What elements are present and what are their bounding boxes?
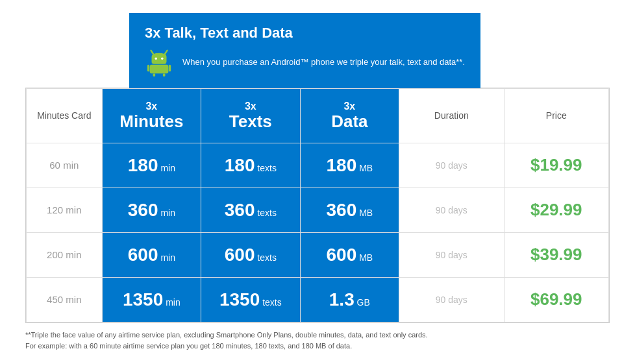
header-duration: Duration [399,89,504,143]
cell-duration: 90 days [399,232,504,277]
svg-rect-4 [150,65,169,73]
promo-title: 3x Talk, Text and Data [145,25,465,42]
pricing-table: Minutes Card 3x Minutes 3x Texts 3x Data… [26,88,609,322]
table-row: 450 min 1350 min 1350 texts 1.3 GB 90 da… [27,277,609,322]
footnote-line2: For example: with a 60 minute airtime se… [25,341,610,352]
pricing-table-wrapper: Minutes Card 3x Minutes 3x Texts 3x Data… [25,88,610,323]
table-row: 200 min 600 min 600 texts 600 MB 90 days… [27,232,609,277]
cell-triple-minutes: 1350 min [102,277,201,322]
cell-triple-data: 360 MB [300,188,399,232]
cell-minutes-card: 60 min [27,143,103,188]
cell-duration: 90 days [399,143,504,188]
header-3x-minutes: 3x Minutes [102,89,201,143]
cell-triple-texts: 360 texts [201,188,300,232]
cell-price: $39.99 [504,232,608,277]
header-price: Price [504,89,608,143]
svg-line-0 [151,51,154,55]
cell-duration: 90 days [399,188,504,232]
android-icon [145,48,173,77]
cell-price: $29.99 [504,188,608,232]
table-row: 60 min 180 min 180 texts 180 MB 90 days … [27,143,609,188]
cell-triple-texts: 180 texts [201,143,300,188]
svg-point-3 [161,58,163,60]
svg-rect-7 [153,73,155,77]
cell-duration: 90 days [399,277,504,322]
header-3x-texts: 3x Texts [201,89,300,143]
cell-triple-minutes: 600 min [102,232,201,277]
svg-rect-6 [169,65,171,72]
cell-minutes-card: 120 min [27,188,103,232]
main-container: 3x Talk, Text and Data [25,13,610,352]
cell-triple-minutes: 360 min [102,188,201,232]
cell-triple-data: 180 MB [300,143,399,188]
promo-description: When you purchase an Android™ phone we t… [182,56,465,69]
cell-triple-texts: 600 texts [201,232,300,277]
svg-point-2 [155,58,156,60]
cell-price: $19.99 [504,143,608,188]
cell-triple-texts: 1350 texts [201,277,300,322]
svg-rect-8 [163,73,166,77]
cell-triple-data: 600 MB [300,232,399,277]
table-row: 120 min 360 min 360 texts 360 MB 90 days… [27,188,609,232]
cell-minutes-card: 200 min [27,232,103,277]
footnote: **Triple the face value of any airtime s… [25,330,610,352]
promo-body: When you purchase an Android™ phone we t… [145,48,465,77]
table-header-row: Minutes Card 3x Minutes 3x Texts 3x Data… [27,89,609,143]
header-minutes-card: Minutes Card [27,89,103,143]
svg-line-1 [165,51,168,55]
cell-price: $69.99 [504,277,608,322]
cell-minutes-card: 450 min [27,277,103,322]
header-3x-data: 3x Data [300,89,399,143]
cell-triple-minutes: 180 min [102,143,201,188]
promo-box: 3x Talk, Text and Data [129,13,480,88]
cell-triple-data: 1.3 GB [300,277,399,322]
footnote-line1: **Triple the face value of any airtime s… [25,330,610,341]
svg-rect-5 [147,65,149,72]
